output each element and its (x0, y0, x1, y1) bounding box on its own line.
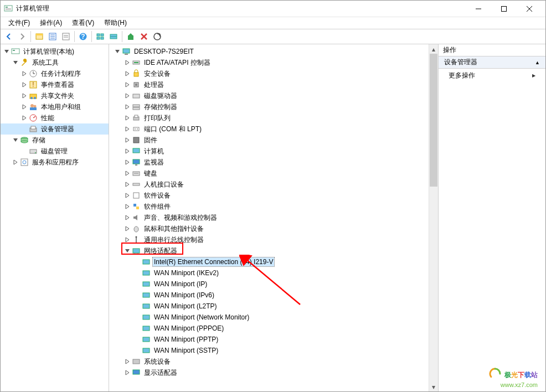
expander-icon[interactable] (123, 225, 131, 233)
device-wan-ip[interactable]: WAN Miniport (IP) (109, 278, 438, 290)
expander-icon[interactable] (123, 358, 131, 365)
expander-icon[interactable] (20, 114, 28, 122)
expander-icon[interactable] (20, 92, 28, 100)
expander-icon[interactable] (123, 180, 131, 188)
tree-services-apps[interactable]: 服务和应用程序 (1, 157, 109, 168)
expander-icon[interactable] (12, 136, 19, 144)
scroll-down-button[interactable]: ▾ (429, 382, 438, 391)
expander-icon[interactable] (123, 81, 131, 89)
expander-icon[interactable] (123, 59, 131, 66)
nav-back-button[interactable] (2, 30, 16, 43)
category-hid[interactable]: 人机接口设备 (109, 179, 438, 190)
device-wan-pptp[interactable]: WAN Miniport (PPTP) (109, 334, 438, 345)
expander-icon[interactable] (123, 236, 131, 244)
category-disk-drives[interactable]: 磁盘驱动器 (109, 90, 438, 101)
tree-device-manager[interactable]: 设备管理器 (1, 123, 109, 135)
tree-shared-folders[interactable]: 共享文件夹 (1, 90, 109, 101)
menu-help[interactable]: 帮助(H) (100, 17, 131, 29)
expander-icon[interactable] (3, 48, 11, 55)
collapse-icon: ▲ (535, 60, 540, 65)
device-tree-scroll[interactable]: DESKTOP-7S29EIT IDE ATA/ATAPI 控制器 安全设备 处… (109, 44, 438, 391)
update-driver-button[interactable] (124, 30, 137, 43)
svg-rect-1 (6, 7, 8, 8)
expander-icon[interactable] (20, 103, 28, 111)
view-devices-by-connection-button[interactable] (107, 30, 120, 43)
device-wan-ikev2[interactable]: WAN Miniport (IKEv2) (109, 267, 438, 278)
expander-icon[interactable] (123, 158, 131, 166)
uninstall-device-button[interactable] (137, 30, 151, 43)
expander-icon[interactable] (123, 136, 131, 144)
menu-view[interactable]: 查看(V) (68, 17, 99, 29)
category-ports[interactable]: 端口 (COM 和 LPT) (109, 123, 438, 135)
expander-icon[interactable] (123, 103, 131, 111)
tree-event-viewer[interactable]: ! 事件查看器 (1, 79, 109, 90)
category-monitors[interactable]: 监视器 (109, 157, 438, 168)
expander-icon[interactable] (123, 203, 131, 210)
expander-icon[interactable] (123, 125, 131, 133)
category-sound[interactable]: 声音、视频和游戏控制器 (109, 212, 438, 223)
expander-icon[interactable] (123, 214, 131, 221)
device-wan-sstp[interactable]: WAN Miniport (SSTP) (109, 345, 438, 356)
view-devices-by-type-button[interactable] (94, 30, 107, 43)
device-root[interactable]: DESKTOP-7S29EIT (109, 46, 438, 57)
tree-system-tools[interactable]: 系统工具 (1, 57, 109, 68)
nav-forward-button[interactable] (16, 30, 29, 43)
tree-disk-mgmt[interactable]: 磁盘管理 (1, 146, 109, 157)
scroll-up-button[interactable]: ▴ (429, 44, 438, 54)
left-tree-pane[interactable]: 计算机管理(本地) 系统工具 任务计划程序 ! 事件查看器 共享文件夹 (1, 44, 109, 391)
expander-icon[interactable] (114, 48, 121, 55)
actions-section-device-manager[interactable]: 设备管理器 ▲ (439, 56, 545, 69)
expander-icon[interactable] (12, 158, 19, 166)
tree-root-computer-mgmt[interactable]: 计算机管理(本地) (1, 46, 109, 57)
printer-icon (132, 114, 141, 122)
expander-icon[interactable] (123, 70, 131, 78)
expander-icon[interactable] (20, 70, 28, 78)
menu-action[interactable]: 操作(A) (35, 17, 66, 29)
category-mouse[interactable]: 鼠标和其他指针设备 (109, 223, 438, 234)
menu-file[interactable]: 文件(F) (4, 17, 34, 29)
tree-storage[interactable]: 存储 (1, 135, 109, 146)
category-firmware[interactable]: 固件 (109, 135, 438, 146)
category-computer[interactable]: 计算机 (109, 146, 438, 157)
help-button[interactable]: ? (76, 30, 90, 43)
close-button[interactable] (517, 1, 542, 17)
category-ide[interactable]: IDE ATA/ATAPI 控制器 (109, 57, 438, 68)
device-wan-ipv6[interactable]: WAN Miniport (IPv6) (109, 290, 438, 301)
tree-local-users[interactable]: 本地用户和组 (1, 101, 109, 112)
expander-icon[interactable] (20, 81, 28, 89)
export-list-button[interactable] (59, 30, 73, 43)
category-display[interactable]: 显示适配器 (109, 367, 438, 378)
properties-button[interactable] (46, 30, 59, 43)
device-intel-ethernet[interactable]: Intel(R) Ethernet Connection (14) I219-V (109, 256, 438, 267)
expander-icon[interactable] (123, 92, 131, 100)
category-network-adapters[interactable]: 网络适配器 (109, 245, 438, 256)
expander-icon[interactable] (123, 192, 131, 199)
tree-performance[interactable]: 性能 (1, 112, 109, 123)
category-usb[interactable]: 通用串行总线控制器 (109, 234, 438, 245)
device-wan-l2tp[interactable]: WAN Miniport (L2TP) (109, 301, 438, 312)
expander-icon[interactable] (123, 169, 131, 177)
category-system-devices[interactable]: 系统设备 (109, 356, 438, 367)
category-print-queue[interactable]: 打印队列 (109, 112, 438, 123)
expander-icon[interactable] (123, 114, 131, 122)
expander-icon[interactable] (123, 247, 131, 255)
category-storage-ctrl[interactable]: 存储控制器 (109, 101, 438, 112)
device-wan-pppoe[interactable]: WAN Miniport (PPPOE) (109, 323, 438, 334)
expander-icon[interactable] (123, 147, 131, 155)
maximize-button[interactable] (491, 1, 517, 17)
category-security[interactable]: 安全设备 (109, 68, 438, 79)
category-cpu[interactable]: 处理器 (109, 79, 438, 90)
category-keyboards[interactable]: 键盘 (109, 168, 438, 179)
expander-icon[interactable] (123, 369, 131, 376)
category-software-devices[interactable]: 软件设备 (109, 190, 438, 201)
show-hide-tree-button[interactable] (33, 30, 46, 43)
tree-task-scheduler[interactable]: 任务计划程序 (1, 68, 109, 79)
minimize-button[interactable] (466, 1, 491, 17)
expander-icon[interactable] (12, 59, 19, 66)
scroll-thumb[interactable] (430, 54, 437, 187)
scan-hardware-button[interactable] (151, 30, 164, 43)
category-software-components[interactable]: 软件组件 (109, 201, 438, 212)
actions-more[interactable]: 更多操作 ▶ (439, 69, 545, 82)
vertical-scrollbar[interactable]: ▴ ▾ (429, 44, 438, 391)
device-wan-monitor[interactable]: WAN Miniport (Network Monitor) (109, 312, 438, 323)
